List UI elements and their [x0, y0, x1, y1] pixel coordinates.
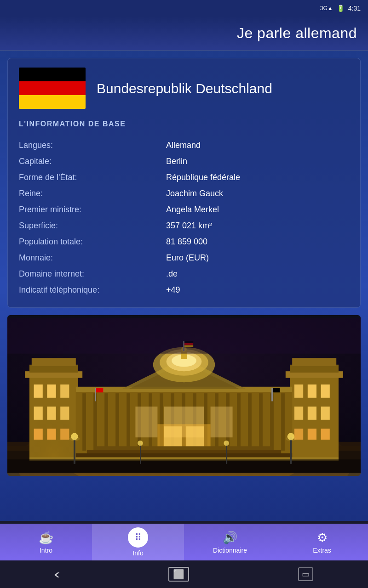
nav-item-intro[interactable]: ☕ Intro: [0, 524, 92, 560]
flag-gold: [19, 95, 86, 109]
info-row-premier: Premier ministre: Angela Merkel: [19, 202, 349, 218]
home-button[interactable]: ⬜: [168, 567, 189, 582]
info-row-indicatif: Indicatif téléphonique: +49: [19, 282, 349, 298]
svg-point-90: [224, 441, 229, 446]
clock: 4:31: [348, 5, 361, 12]
info-icon: ⠿: [135, 532, 142, 543]
svg-rect-80: [7, 459, 361, 473]
svg-rect-38: [126, 393, 130, 451]
label-langues: Langues:: [19, 141, 166, 150]
svg-rect-53: [135, 407, 157, 437]
value-superficie: 357 021 km²: [166, 221, 212, 231]
status-bar: 3G▲ 🔋 4:31: [0, 0, 368, 17]
svg-rect-55: [211, 407, 233, 437]
svg-point-83: [69, 436, 80, 441]
value-monnaie: Euro (EUR): [166, 253, 209, 263]
svg-rect-36: [104, 393, 108, 451]
nav-label-intro: Intro: [40, 547, 52, 554]
svg-rect-52: [281, 393, 285, 451]
svg-rect-24: [308, 407, 316, 420]
svg-point-88: [138, 441, 143, 446]
section-heading: L'INFORMATION DE BASE: [19, 120, 349, 128]
country-name: Bundesrepublik Deutschland: [97, 79, 272, 97]
reichstag-svg: [7, 315, 361, 476]
svg-rect-51: [270, 393, 274, 451]
value-forme: République fédérale: [166, 173, 240, 182]
nav-item-dictionnaire[interactable]: 🔊 Dictionnaire: [184, 524, 276, 560]
recent-button[interactable]: ▭: [298, 567, 313, 581]
country-header: Bundesrepublik Deutschland: [19, 68, 349, 109]
nav-label-dictionnaire: Dictionnaire: [213, 547, 247, 554]
label-reine: Reine:: [19, 189, 166, 198]
svg-rect-8: [47, 384, 56, 398]
svg-rect-21: [308, 384, 316, 398]
value-population: 81 859 000: [166, 237, 207, 247]
dictionnaire-icon: 🔊: [223, 531, 237, 545]
svg-rect-11: [47, 407, 56, 420]
back-button[interactable]: ‹: [53, 567, 60, 582]
svg-rect-14: [47, 429, 56, 440]
info-card: Bundesrepublik Deutschland L'INFORMATION…: [7, 58, 361, 308]
svg-rect-34: [82, 393, 86, 451]
bottom-nav: ☕ Intro ⠿ Info 🔊 Dictionnaire ⚙ Extras: [0, 524, 368, 560]
svg-rect-13: [34, 429, 43, 440]
info-row-reine: Reine: Joachim Gauck: [19, 186, 349, 202]
svg-rect-20: [294, 384, 303, 398]
app-header: Je parle allemand: [0, 17, 368, 51]
nav-label-info: Info: [132, 549, 143, 557]
info-row-monnaie: Monnaie: Euro (EUR): [19, 250, 349, 266]
svg-rect-84: [290, 437, 292, 464]
svg-rect-25: [321, 407, 330, 420]
svg-rect-28: [321, 429, 330, 440]
info-row-population: Population totale: 81 859 000: [19, 234, 349, 250]
signal-icon: 3G▲: [320, 5, 333, 11]
system-nav: ‹ ⬜ ▭: [0, 560, 368, 588]
svg-rect-79: [273, 388, 280, 393]
label-superficie: Superficie:: [19, 221, 166, 231]
svg-rect-49: [248, 393, 252, 451]
svg-rect-7: [34, 384, 43, 398]
info-row-capitale: Capitale: Berlin: [19, 153, 349, 170]
label-monnaie: Monnaie:: [19, 253, 166, 263]
info-row-superficie: Superficie: 357 021 km²: [19, 218, 349, 234]
svg-rect-48: [237, 393, 241, 451]
nav-label-extras: Extras: [313, 547, 331, 554]
svg-rect-35: [93, 393, 97, 451]
value-capitale: Berlin: [166, 157, 187, 166]
value-reine: Joachim Gauck: [166, 189, 223, 198]
svg-rect-89: [226, 444, 227, 464]
label-indicatif: Indicatif téléphonique:: [19, 285, 166, 295]
svg-rect-18: [32, 358, 76, 366]
svg-rect-87: [140, 444, 141, 464]
value-domaine: .de: [166, 269, 178, 279]
svg-rect-10: [34, 407, 43, 420]
building-image: [7, 315, 361, 476]
value-premier: Angela Merkel: [166, 205, 219, 215]
nav-item-info[interactable]: ⠿ Info: [92, 524, 184, 560]
svg-rect-31: [292, 358, 336, 366]
svg-rect-15: [60, 429, 69, 440]
svg-rect-22: [321, 384, 330, 398]
label-population: Population totale:: [19, 237, 166, 247]
svg-rect-91: [7, 318, 361, 354]
info-row-domaine: Domaine internet: .de: [19, 266, 349, 282]
svg-rect-9: [60, 384, 69, 398]
svg-rect-27: [308, 429, 316, 440]
intro-icon: ☕: [39, 531, 53, 545]
svg-rect-77: [96, 388, 103, 393]
label-capitale: Capitale:: [19, 157, 166, 166]
svg-rect-12: [60, 407, 69, 420]
label-forme: Forme de l'État:: [19, 173, 166, 182]
label-domaine: Domaine internet:: [19, 269, 166, 279]
label-premier: Premier ministre:: [19, 205, 166, 215]
main-scroll[interactable]: Bundesrepublik Deutschland L'INFORMATION…: [0, 51, 368, 521]
svg-rect-37: [115, 393, 119, 451]
flag-black: [19, 68, 86, 81]
nav-item-extras[interactable]: ⚙ Extras: [276, 524, 368, 560]
svg-rect-76: [95, 388, 96, 401]
svg-point-86: [286, 436, 296, 441]
svg-rect-23: [294, 407, 303, 420]
flag-red: [19, 81, 86, 95]
svg-rect-81: [74, 437, 75, 464]
app-title: Je parle allemand: [237, 25, 357, 41]
